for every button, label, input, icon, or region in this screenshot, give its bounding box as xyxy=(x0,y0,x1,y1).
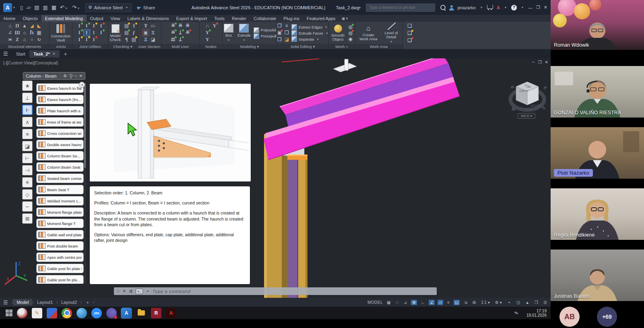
node-add-icon[interactable]: Y xyxy=(204,30,211,36)
tab-collaborate[interactable]: Collaborate xyxy=(250,15,280,22)
category-tee-icon[interactable]: ⊢ xyxy=(22,153,33,163)
work-area-box-icon[interactable]: ❑ xyxy=(407,23,413,29)
palette-settings-icon[interactable]: ⚙ xyxy=(64,74,67,78)
cmd-customize-icon[interactable]: ⚒ xyxy=(128,289,134,293)
zoom-app-icon[interactable]: zm xyxy=(91,308,102,318)
plot-icon[interactable]: ▦ xyxy=(52,4,56,10)
taskbar-clock[interactable]: 17:19 19.01.2026 xyxy=(526,309,547,318)
joint-list-item[interactable]: Column Beam Seat T xyxy=(36,162,84,172)
participant-tile[interactable]: Roman Wdowik xyxy=(551,0,644,61)
participant-tile[interactable]: Piotr Nazarko xyxy=(551,122,644,184)
polar-tracking-icon[interactable]: ∠ xyxy=(429,300,435,305)
app-menu-button[interactable]: A xyxy=(3,3,12,12)
joint-list-item[interactable]: Eaves haunch (fro... xyxy=(36,95,84,104)
start-button[interactable] xyxy=(6,309,12,316)
model-space-badge[interactable]: MODEL xyxy=(367,300,383,305)
acrobat-icon[interactable]: A xyxy=(166,308,176,318)
tab-start[interactable]: Start xyxy=(12,50,29,58)
release-icon[interactable]: ⚖ xyxy=(170,37,176,43)
save-as-icon[interactable]: ▥ xyxy=(43,4,47,10)
joint-list-item[interactable]: Moment flange plates xyxy=(36,207,84,217)
ribbon-display-toggle-icon[interactable]: ▣ ▾ xyxy=(342,17,348,21)
work-area-object-icon[interactable]: ❑ xyxy=(407,30,413,36)
interfere-icon[interactable]: ❐ xyxy=(284,30,290,36)
section-rect-icon[interactable]: ▭ xyxy=(150,23,156,29)
participant-tile[interactable]: Justinas Balodis xyxy=(551,245,644,306)
category-cold-rolled-icon[interactable]: ∽ xyxy=(22,201,33,212)
intersect-icon[interactable]: ❐ xyxy=(277,37,283,43)
panel-caret-icon[interactable]: ▾ xyxy=(313,44,315,49)
isolate-objects-icon[interactable]: ◳ xyxy=(515,300,521,305)
joint-list-item[interactable]: Gable post fin plate wi... xyxy=(36,264,84,273)
vp-restore-icon[interactable]: ❐ xyxy=(538,60,542,64)
joint-list-item[interactable]: Welded moment c... xyxy=(36,196,84,206)
notepad-app-icon[interactable]: ✎ xyxy=(32,308,42,318)
joint-split-icon[interactable]: I xyxy=(91,30,97,36)
layout-tab-layout1[interactable]: Layout1 xyxy=(33,299,56,305)
joint-sync-icon[interactable]: I xyxy=(98,30,104,36)
file-tab-menu-icon[interactable]: ☰ xyxy=(3,51,8,57)
help-search-box[interactable] xyxy=(366,4,435,12)
new-file-icon[interactable]: ▯ xyxy=(20,4,23,10)
palette-scrollbar[interactable] xyxy=(84,83,86,284)
vp-minimize-icon[interactable]: ─ xyxy=(532,60,535,64)
tab-export-import[interactable]: Export & Import xyxy=(173,15,211,22)
joint-copy-icon[interactable]: I xyxy=(76,23,83,29)
spiral-icon[interactable]: ↻ xyxy=(36,37,42,43)
section-box-icon[interactable]: ▣ xyxy=(143,30,149,36)
union-icon[interactable]: ❐ xyxy=(277,23,283,29)
joint-insert-icon[interactable]: I xyxy=(84,23,90,29)
local-model-icon[interactable]: ≞ xyxy=(185,23,191,29)
joint-properties-icon[interactable]: I xyxy=(84,30,90,36)
joint-update-icon[interactable]: I xyxy=(76,30,83,36)
grid-icon[interactable]: ▦ xyxy=(386,300,392,305)
joint-list-item[interactable]: Cross connection wi... xyxy=(36,128,84,138)
level-of-detail-button[interactable]: Level of Detail▾ xyxy=(382,21,401,45)
palette-pin-icon[interactable] xyxy=(70,74,72,78)
joint-list-item[interactable]: Knee of frame at we... xyxy=(36,117,84,127)
layout-menu-icon[interactable]: ☰ xyxy=(3,299,8,305)
polyline-icon[interactable]: Ⴙ xyxy=(29,30,35,36)
tab-output[interactable]: Output xyxy=(87,15,107,22)
minimize-button[interactable]: — xyxy=(528,5,533,10)
node-y-icon[interactable]: Y xyxy=(204,37,211,43)
close-button[interactable]: ✕ xyxy=(544,5,547,10)
workspace-switcher[interactable]: ⚙ Advance Steel ▾ xyxy=(85,3,132,12)
autodesk-caret-icon[interactable]: ▾ xyxy=(505,6,506,9)
selection-cycling-icon[interactable]: ⇲ xyxy=(462,300,468,305)
teams-app-icon[interactable] xyxy=(106,308,117,318)
cmd-recent-caret-icon[interactable]: ▾ xyxy=(147,289,149,293)
tab-extended-modeling[interactable]: Extended Modeling xyxy=(41,15,87,22)
separate-button[interactable]: Separate▾ xyxy=(291,36,329,42)
annotation-scale[interactable]: 1:1 ▾ xyxy=(480,300,491,305)
clean-screen-icon[interactable]: ❒ xyxy=(533,300,539,305)
disconnect-icon[interactable]: ≞ xyxy=(185,30,191,36)
search-expand-icon[interactable]: ▸ xyxy=(359,6,361,9)
bracing-icon[interactable]: ≍ xyxy=(7,37,13,43)
redo-icon[interactable]: ↷▾ xyxy=(72,4,80,10)
graphics-performance-icon[interactable]: ▲ xyxy=(524,300,530,305)
new-layout-icon[interactable]: ＋ xyxy=(82,299,93,306)
share-button[interactable]: Share xyxy=(137,5,155,10)
joint-list-item[interactable]: Post double beam xyxy=(36,241,84,251)
takeover-icon[interactable]: ≞ xyxy=(170,23,176,29)
media-app-icon[interactable] xyxy=(17,308,27,318)
work-area-off-icon[interactable]: ❑ xyxy=(407,37,413,43)
viewport-controls-label[interactable]: [-][Custom View][Conceptual] xyxy=(3,60,58,65)
polysolid-button[interactable]: Polysolid xyxy=(254,27,277,33)
portal-frame-icon[interactable]: Π xyxy=(14,23,21,29)
tab-view[interactable]: View xyxy=(107,15,124,22)
layout-tab-layout2[interactable]: Layout2 xyxy=(58,299,80,305)
z-profile-icon[interactable]: Z xyxy=(14,37,21,43)
tab-objects[interactable]: Objects xyxy=(19,15,41,22)
center-of-gravity-icon[interactable]: ƒ xyxy=(131,30,137,36)
close-tab-icon[interactable]: ✕ xyxy=(52,52,56,56)
participant-avatar[interactable]: AB xyxy=(559,307,580,327)
help-icon[interactable]: ? xyxy=(511,5,517,10)
file-explorer-icon[interactable] xyxy=(136,308,147,318)
joint-list-item[interactable]: Double eaves haunch... xyxy=(36,140,84,149)
3d-osnap-icon[interactable]: ⊞ xyxy=(471,300,477,305)
joint-delete-icon[interactable]: I xyxy=(91,37,97,43)
participant-tile[interactable]: GONZALO VALIÑO RIESTRA xyxy=(551,61,644,122)
tab-home[interactable]: Home xyxy=(0,15,19,22)
